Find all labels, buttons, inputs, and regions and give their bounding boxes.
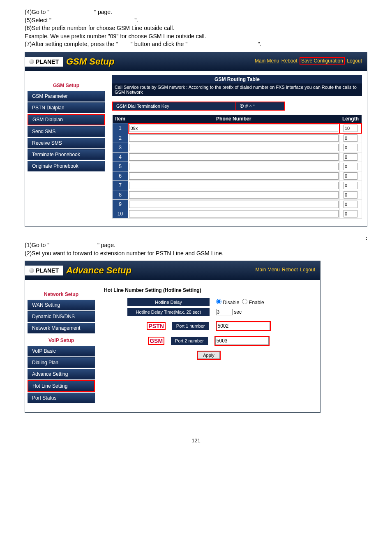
- table-row: 3: [113, 143, 362, 152]
- header-links: Main Menu Reboot Logout: [255, 267, 315, 273]
- length-cell: [339, 143, 362, 152]
- hotline-delay-time-input[interactable]: [216, 309, 233, 315]
- txt: (2)Set you want to forward to extension …: [25, 250, 367, 258]
- hotline-delay-time-value: sec: [216, 309, 290, 315]
- phone-input[interactable]: [129, 144, 339, 151]
- sidebar-item-terminate-phonebook[interactable]: Terminate Phonebook: [28, 149, 105, 160]
- panel-title: GSM Routing Table: [112, 75, 362, 83]
- table-row: 8: [113, 190, 362, 199]
- phone-cell: [128, 123, 340, 133]
- length-input[interactable]: [344, 163, 357, 170]
- sidebar-item-originate-phonebook[interactable]: Originate Phonebook: [28, 161, 105, 171]
- termination-key-label: GSM Dial Termination Key: [112, 102, 235, 111]
- globe-icon: [29, 59, 34, 64]
- length-input[interactable]: [344, 172, 357, 180]
- phone-cell: [128, 171, 340, 180]
- radio-disable[interactable]: [216, 299, 221, 304]
- phone-input[interactable]: [129, 134, 339, 142]
- gsm-header: PLANET GSM Setup Main Menu Reboot Save C…: [25, 52, 367, 71]
- hotline-section-title: Hot Line Number Setting (Hotline Setting…: [102, 284, 315, 296]
- phone-cell: [128, 199, 340, 209]
- length-cell: [339, 199, 362, 209]
- sidebar-item-gsm-parameter[interactable]: GSM Parameter: [28, 91, 105, 102]
- sidebar-item-receive-sms[interactable]: Receive SMS: [28, 138, 105, 148]
- phone-cell: [128, 143, 340, 152]
- phone-input[interactable]: [129, 201, 339, 208]
- phone-input[interactable]: [129, 153, 339, 161]
- th-phone: Phone Number: [128, 115, 340, 123]
- link-reboot[interactable]: Reboot: [282, 267, 298, 273]
- sidebar-item-dialing-plan[interactable]: Dialing Plan: [28, 357, 95, 368]
- sidebar-item-network-management[interactable]: Network Management: [28, 323, 95, 333]
- app-title: GSM Setup: [66, 56, 114, 67]
- planet-logo: PLANET: [25, 266, 63, 275]
- gsm-sidebar: GSM Setup GSM Parameter PSTN Dialplan GS…: [25, 71, 107, 226]
- sidebar-title-voip: VoIP Setup: [28, 338, 95, 343]
- phone-cell: [128, 209, 340, 218]
- logo-text: PLANET: [36, 58, 59, 65]
- link-save-configuration[interactable]: Save Configuration: [300, 57, 345, 65]
- sidebar-item-dynamic-dns[interactable]: Dynamic DNS/DNS: [28, 311, 95, 322]
- link-main-menu[interactable]: Main Menu: [255, 58, 279, 64]
- advance-setup-window: PLANET Advance Setup Main Menu Reboot Lo…: [25, 261, 321, 413]
- length-cell: [339, 209, 362, 218]
- phone-input[interactable]: [129, 191, 339, 199]
- port1-label: Port 1 number: [172, 322, 209, 330]
- apply-button[interactable]: Apply: [198, 352, 220, 359]
- length-input[interactable]: [344, 125, 357, 132]
- length-cell: [339, 171, 362, 180]
- apply-wrap: Apply: [197, 351, 221, 360]
- sidebar-item-voip-basic[interactable]: VoIP Basic: [28, 346, 95, 356]
- txt: " page.: [94, 9, 112, 15]
- table-row: 6: [113, 171, 362, 180]
- sidebar-item-hot-line-setting[interactable]: Hot Line Setting: [28, 380, 95, 392]
- sidebar-item-gsm-dialplan[interactable]: GSM Dialplan: [28, 114, 105, 125]
- port1-input[interactable]: [217, 322, 270, 330]
- length-cell: [339, 190, 362, 199]
- sidebar-item-advance-setting[interactable]: Advance Setting: [28, 369, 95, 379]
- planet-logo: PLANET: [25, 57, 63, 67]
- length-input[interactable]: [344, 182, 357, 189]
- sidebar-item-wan-setting[interactable]: WAN Setting: [28, 300, 95, 310]
- port2-input[interactable]: [215, 337, 269, 345]
- txt: (5)Select ": [25, 17, 51, 23]
- hotline-delay-value[interactable]: Disable Enable: [216, 299, 290, 305]
- sidebar-item-port-status[interactable]: Port Status: [28, 393, 95, 403]
- sidebar-item-pstn-dialplan[interactable]: PSTN Dialplan: [28, 102, 105, 113]
- length-input[interactable]: [344, 144, 357, 151]
- table-row: 1: [113, 123, 362, 133]
- row-index: 6: [113, 171, 128, 180]
- length-input[interactable]: [344, 201, 357, 208]
- link-main-menu[interactable]: Main Menu: [256, 267, 280, 273]
- radio-enable[interactable]: [242, 299, 247, 304]
- length-input[interactable]: [344, 134, 357, 142]
- length-input[interactable]: [344, 210, 357, 217]
- link-reboot[interactable]: Reboot: [281, 58, 297, 64]
- length-input[interactable]: [344, 153, 357, 161]
- adv-content: Hot Line Number Setting (Hotline Setting…: [97, 280, 320, 412]
- table-row: 5: [113, 162, 362, 171]
- phone-input[interactable]: [129, 163, 339, 170]
- panel-subtitle: Call Service route by GSM network : Acco…: [112, 83, 362, 96]
- phone-cell: [128, 180, 340, 190]
- link-logout[interactable]: Logout: [347, 58, 362, 64]
- phone-input[interactable]: [129, 125, 339, 132]
- phone-input[interactable]: [129, 210, 339, 217]
- hotline-delay-label: Hotline Delay: [127, 298, 210, 306]
- row-index: 5: [113, 162, 128, 171]
- sidebar-item-send-sms[interactable]: Send SMS: [28, 126, 105, 137]
- row-index: 10: [113, 209, 128, 218]
- txt: ".: [258, 41, 261, 47]
- th-length: Length: [339, 115, 362, 123]
- txt: (7)After setting complete, press the ": [25, 41, 118, 47]
- row-index: 8: [113, 190, 128, 199]
- link-logout[interactable]: Logout: [300, 267, 315, 273]
- termination-key-value[interactable]: ⦿ # ○ *: [235, 102, 285, 111]
- logo-text: PLANET: [36, 267, 59, 274]
- adv-sidebar: Network Setup WAN Setting Dynamic DNS/DN…: [25, 280, 97, 412]
- phone-input[interactable]: [129, 172, 339, 180]
- phone-input[interactable]: [129, 182, 339, 189]
- length-input[interactable]: [344, 191, 357, 199]
- gsm-content: GSM Routing Table Call Service route by …: [107, 71, 367, 226]
- row-index: 9: [113, 199, 128, 209]
